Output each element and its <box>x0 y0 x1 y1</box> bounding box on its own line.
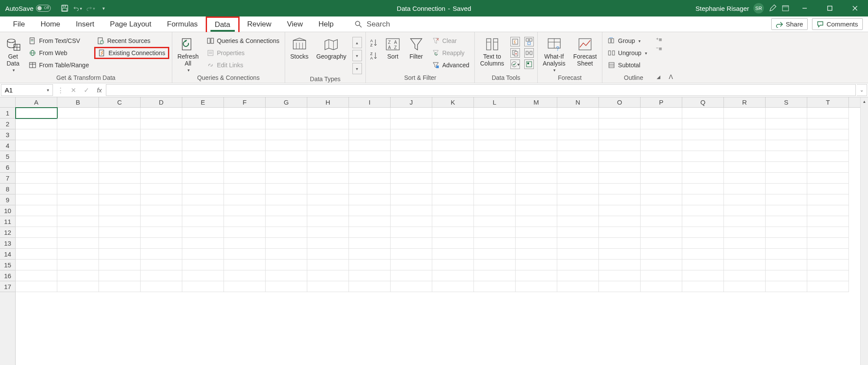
cell[interactable] <box>682 140 724 151</box>
cell[interactable] <box>391 162 432 173</box>
column-header[interactable]: G <box>266 97 307 107</box>
cell[interactable] <box>224 194 266 205</box>
cell[interactable] <box>557 118 599 129</box>
cell[interactable] <box>266 205 307 216</box>
cell[interactable] <box>307 238 349 249</box>
cell[interactable] <box>99 194 141 205</box>
cell[interactable] <box>516 162 557 173</box>
cell[interactable] <box>307 151 349 162</box>
edit-links-button[interactable]: Edit Links <box>204 59 282 71</box>
cell[interactable] <box>641 151 682 162</box>
cell[interactable] <box>516 238 557 249</box>
cell[interactable] <box>141 205 182 216</box>
cell[interactable] <box>57 238 99 249</box>
cell[interactable] <box>641 249 682 260</box>
cell[interactable] <box>807 281 849 292</box>
tab-review[interactable]: Review <box>240 16 279 32</box>
cell[interactable] <box>224 281 266 292</box>
cell[interactable] <box>432 205 474 216</box>
cell[interactable] <box>141 129 182 140</box>
cell[interactable] <box>557 108 599 118</box>
cell[interactable] <box>391 205 432 216</box>
cell[interactable] <box>766 227 807 238</box>
column-header[interactable]: K <box>432 97 474 107</box>
cell[interactable] <box>391 108 432 118</box>
cell[interactable] <box>182 260 224 270</box>
cell[interactable] <box>16 151 57 162</box>
cell[interactable] <box>391 270 432 281</box>
redo-icon[interactable]: ▾ <box>86 4 95 13</box>
cell[interactable] <box>99 108 141 118</box>
queries-connections-button[interactable]: Queries & Connections <box>204 35 282 47</box>
cell[interactable] <box>724 129 766 140</box>
cell[interactable] <box>599 238 641 249</box>
cell[interactable] <box>349 173 391 184</box>
cell[interactable] <box>766 205 807 216</box>
cell[interactable] <box>807 227 849 238</box>
cell[interactable] <box>182 249 224 260</box>
cell[interactable] <box>682 205 724 216</box>
cell[interactable] <box>641 205 682 216</box>
cell[interactable] <box>182 194 224 205</box>
recent-sources-button[interactable]: Recent Sources <box>94 35 169 47</box>
cell[interactable] <box>557 216 599 227</box>
cell[interactable] <box>141 151 182 162</box>
cell[interactable] <box>641 216 682 227</box>
cell[interactable] <box>641 238 682 249</box>
consolidate-icon[interactable] <box>524 37 534 46</box>
data-model-icon[interactable] <box>524 59 534 69</box>
cell[interactable] <box>224 184 266 194</box>
cell[interactable] <box>141 140 182 151</box>
cell[interactable] <box>474 260 516 270</box>
column-header[interactable]: D <box>141 97 182 107</box>
sort-desc-button[interactable]: ZA <box>368 49 380 62</box>
column-header[interactable]: R <box>724 97 766 107</box>
cell[interactable] <box>682 216 724 227</box>
get-data-button[interactable]: Get Data ▾ <box>3 35 23 73</box>
cell[interactable] <box>224 173 266 184</box>
cell[interactable] <box>807 118 849 129</box>
cell[interactable] <box>391 227 432 238</box>
cell[interactable] <box>766 173 807 184</box>
cell[interactable] <box>224 227 266 238</box>
cell[interactable] <box>474 194 516 205</box>
cell[interactable] <box>432 151 474 162</box>
expand-gallery-icon[interactable]: ▾ <box>352 63 362 74</box>
expand-formula-bar-icon[interactable]: ⌄ <box>857 84 867 96</box>
cell[interactable] <box>599 140 641 151</box>
cell[interactable] <box>99 281 141 292</box>
cell[interactable] <box>224 216 266 227</box>
cell[interactable] <box>224 129 266 140</box>
name-box[interactable]: A1 ▾ <box>1 84 53 96</box>
cell[interactable] <box>724 216 766 227</box>
cell[interactable] <box>557 194 599 205</box>
cell[interactable] <box>349 151 391 162</box>
cell[interactable] <box>182 151 224 162</box>
qat-customize-icon[interactable]: ▾ <box>99 4 108 13</box>
from-table-range-button[interactable]: From Table/Range <box>26 59 92 71</box>
cell[interactable] <box>391 173 432 184</box>
dialog-launcher-icon[interactable]: ◢ <box>657 74 660 80</box>
cell[interactable] <box>516 249 557 260</box>
cell[interactable] <box>557 205 599 216</box>
cell[interactable] <box>807 260 849 270</box>
forecast-sheet-button[interactable]: Forecast Sheet <box>571 35 599 67</box>
cell[interactable] <box>141 238 182 249</box>
cell[interactable] <box>682 227 724 238</box>
cell[interactable] <box>224 260 266 270</box>
cell[interactable] <box>266 129 307 140</box>
cell[interactable] <box>682 162 724 173</box>
cell[interactable] <box>474 162 516 173</box>
cell[interactable] <box>99 270 141 281</box>
cell[interactable] <box>349 184 391 194</box>
tab-formulas[interactable]: Formulas <box>159 16 206 32</box>
flash-fill-icon[interactable] <box>510 37 520 46</box>
cell[interactable] <box>182 205 224 216</box>
cell[interactable] <box>766 162 807 173</box>
cell[interactable] <box>682 281 724 292</box>
column-header[interactable]: L <box>474 97 516 107</box>
cell[interactable] <box>224 108 266 118</box>
cell[interactable] <box>391 281 432 292</box>
from-text-csv-button[interactable]: From Text/CSV <box>26 35 92 47</box>
row-header[interactable]: 17 <box>0 281 15 292</box>
